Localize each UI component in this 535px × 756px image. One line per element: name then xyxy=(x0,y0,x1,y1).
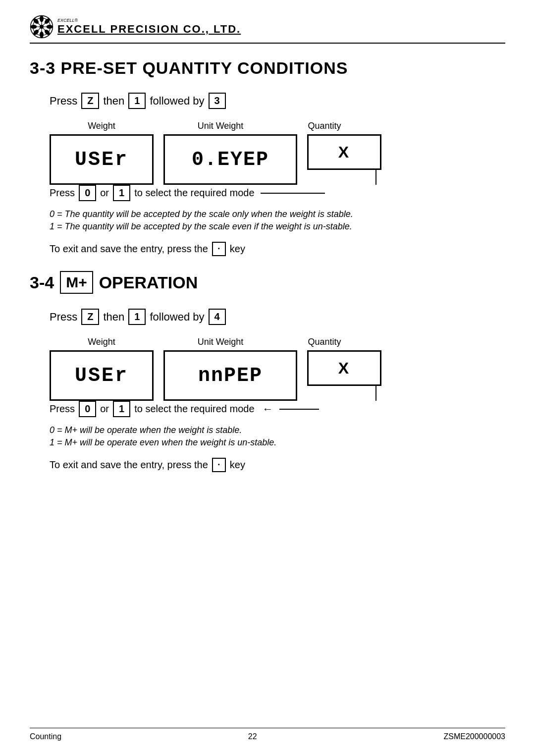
mode-key-1-34: 1 xyxy=(113,401,130,417)
press-label-33: Press xyxy=(50,95,77,108)
exit-key-34: · xyxy=(212,458,226,472)
mode-press-label-33: Press xyxy=(50,187,75,199)
section33-note1: 1 = The quantity will be accepted by the… xyxy=(50,221,505,232)
mode-or-label-33: or xyxy=(100,187,109,199)
section34-title-num: 3-4 xyxy=(30,273,54,292)
svg-point-13 xyxy=(31,25,37,29)
key-1-33: 1 xyxy=(128,93,146,109)
mode-key-0-33: 0 xyxy=(79,185,96,201)
section34-note0: 0 = M+ will be operate when the weight i… xyxy=(50,425,505,435)
unit-weight-display-34: nnPEP xyxy=(163,350,297,401)
section-33-title: 3-3 PRE-SET QUANTITY CONDITIONS xyxy=(30,58,505,78)
svg-point-7 xyxy=(40,16,44,22)
svg-point-9 xyxy=(47,25,53,29)
arrow-left-icon: ← xyxy=(263,403,273,416)
section34-note1: 1 = M+ will be operate even when the wei… xyxy=(50,437,505,448)
section33-notes: 0 = The quantity will be accepted by the… xyxy=(50,209,505,232)
section-34-title: 3-4 M+ OPERATION xyxy=(30,271,505,294)
key-z-34: Z xyxy=(81,309,99,325)
mode-text-34: to select the required mode xyxy=(134,403,254,415)
section33-mode-line: Press 0 or 1 to select the required mode xyxy=(50,185,505,201)
then-label-33: then xyxy=(103,95,124,108)
page-footer: Counting 22 ZSME200000003 xyxy=(30,728,505,741)
footer-right: ZSME200000003 xyxy=(443,732,505,741)
company-name: EXCELL PRECISION CO., LTD. xyxy=(57,23,241,36)
key-z-33: Z xyxy=(81,93,99,109)
quantity-label-34: Quantity xyxy=(287,337,362,347)
quantity-label-33: Quantity xyxy=(287,121,362,131)
section34-notes: 0 = M+ will be operate when the weight i… xyxy=(50,425,505,448)
svg-point-11 xyxy=(40,32,44,38)
key-4-34: 4 xyxy=(209,309,226,325)
weight-display-33: USEr xyxy=(50,134,154,185)
mode-key-1-33: 1 xyxy=(113,185,130,201)
excell-logo-icon xyxy=(30,15,54,39)
key-3-33: 3 xyxy=(209,93,226,109)
excell-trademark: EXCELL® xyxy=(57,18,241,23)
then-label-34: then xyxy=(103,311,124,324)
section34-mode-line: Press 0 or 1 to select the required mode… xyxy=(50,401,505,417)
section34-title-rest: OPERATION xyxy=(99,273,198,292)
mode-or-label-34: or xyxy=(100,403,109,415)
section34-press-line: Press Z then 1 followed by 4 xyxy=(50,309,505,325)
svg-point-6 xyxy=(40,25,44,29)
press-label-34: Press xyxy=(50,311,77,324)
section33-press-line: Press Z then 1 followed by 3 xyxy=(50,93,505,109)
section-34: 3-4 M+ OPERATION Press Z then 1 followed… xyxy=(30,271,505,472)
section34-title-box: M+ xyxy=(60,271,93,294)
unit-weight-label-34: Unit Weight xyxy=(154,337,287,347)
followed-by-label-33: followed by xyxy=(150,95,204,108)
section34-exit-line: To exit and save the entry, press the · … xyxy=(50,458,505,472)
exit-key-33: · xyxy=(212,242,226,256)
exit-text-after-33: key xyxy=(230,243,245,255)
quantity-display-34: X xyxy=(307,350,381,386)
logo-container: EXCELL® EXCELL PRECISION CO., LTD. xyxy=(30,15,241,39)
followed-by-label-34: followed by xyxy=(150,311,204,324)
unit-weight-display-33: 0.EYEP xyxy=(163,134,297,185)
page-header: EXCELL® EXCELL PRECISION CO., LTD. xyxy=(30,15,505,44)
mode-key-0-34: 0 xyxy=(79,401,96,417)
section33-exit-line: To exit and save the entry, press the · … xyxy=(50,242,505,256)
section33-note0: 0 = The quantity will be accepted by the… xyxy=(50,209,505,219)
mode-text-33: to select the required mode xyxy=(134,187,254,199)
exit-text-after-34: key xyxy=(230,459,245,471)
section-33: 3-3 PRE-SET QUANTITY CONDITIONS Press Z … xyxy=(30,58,505,256)
quantity-display-33: X xyxy=(307,134,381,170)
weight-label-34: Weight xyxy=(50,337,154,347)
mode-press-label-34: Press xyxy=(50,403,75,415)
unit-weight-label-33: Unit Weight xyxy=(154,121,287,131)
footer-left: Counting xyxy=(30,732,61,741)
weight-display-34: USEr xyxy=(50,350,154,401)
exit-text-before-34: To exit and save the entry, press the xyxy=(50,459,208,471)
exit-text-before-33: To exit and save the entry, press the xyxy=(50,243,208,255)
weight-label-33: Weight xyxy=(50,121,154,131)
key-1-34: 1 xyxy=(128,309,146,325)
footer-center: 22 xyxy=(248,732,257,741)
